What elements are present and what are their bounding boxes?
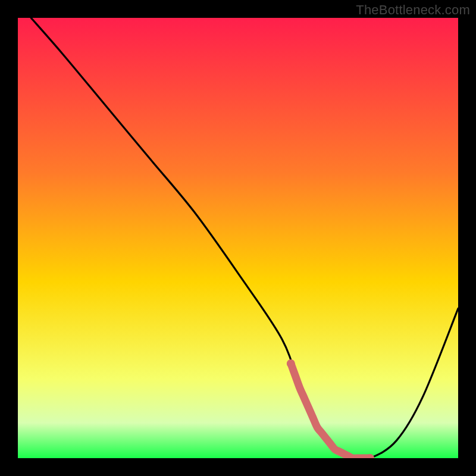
svg-rect-0: [18, 18, 458, 458]
chart-container: TheBottleneck.com: [0, 0, 476, 476]
plot-area: [18, 18, 458, 458]
gradient-background: [18, 18, 458, 458]
watermark-label: TheBottleneck.com: [356, 2, 470, 18]
